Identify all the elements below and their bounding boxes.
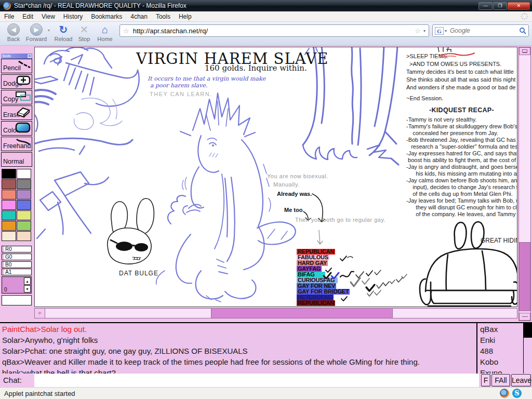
url-bar[interactable]: ☆ ☆ ▾ xyxy=(119,24,429,37)
menu-edit[interactable]: Edit xyxy=(18,12,37,21)
stop-icon: ✕ xyxy=(74,23,95,36)
maximize-button[interactable]: ❐ xyxy=(493,2,507,10)
swatch[interactable] xyxy=(17,221,31,231)
swatch[interactable] xyxy=(17,200,31,210)
user-list-item: Exuno xyxy=(480,367,521,374)
url-input[interactable] xyxy=(132,26,414,35)
swatch[interactable] xyxy=(17,179,31,189)
blue-field[interactable]: B0 xyxy=(2,261,32,268)
minimize-button[interactable]: — xyxy=(478,2,493,10)
size-spinner[interactable]: 0 ▲ ▼ xyxy=(2,276,32,294)
home-icon: ⌂ xyxy=(95,23,115,36)
menu-help[interactable]: Help xyxy=(175,12,196,21)
hscroll-plus-button[interactable]: + xyxy=(35,309,45,318)
dash-icon xyxy=(522,316,528,317)
preview-box xyxy=(2,295,32,305)
bisexual-note: You are now bisexual. xyxy=(267,173,328,179)
vscroll-bottom-button[interactable] xyxy=(519,313,530,321)
chat-line: qBax>Weaver and Killer made it to keep t… xyxy=(2,356,474,367)
menu-bookmarks[interactable]: Bookmarks xyxy=(87,12,126,21)
spinner-up-icon[interactable]: ▲ xyxy=(24,277,31,285)
swatch[interactable] xyxy=(17,169,31,179)
throbber-icon xyxy=(521,13,528,20)
search-icon[interactable] xyxy=(519,27,526,34)
firefox-tray-icon[interactable] xyxy=(500,389,509,398)
swatch[interactable] xyxy=(2,190,16,200)
sketch-center-figure xyxy=(156,93,296,302)
bookmark-star-icon[interactable]: ☆ xyxy=(415,27,421,35)
forward-button[interactable]: ▶ Forward xyxy=(25,23,48,42)
f-button[interactable]: F xyxy=(481,374,490,387)
vscroll-thumb[interactable] xyxy=(519,242,530,311)
history-dropdown-icon[interactable]: ▾ xyxy=(48,28,53,33)
user-list-item: qBax xyxy=(480,324,521,335)
close-button[interactable]: ✕ xyxy=(508,2,530,10)
search-box[interactable]: G ▾ xyxy=(432,24,529,37)
already-was-note: Already was. xyxy=(277,191,312,197)
tools-panel-titlebar[interactable]: tools × xyxy=(1,54,32,59)
search-engine-dropdown-icon[interactable]: ▾ xyxy=(445,29,447,33)
swatch[interactable] xyxy=(2,169,16,179)
tool-normal[interactable]: Normal xyxy=(1,152,32,167)
menu-tools[interactable]: Tools xyxy=(152,12,175,21)
top-tick-marks xyxy=(438,47,451,52)
green-field[interactable]: G0 xyxy=(2,254,32,260)
tool-copy[interactable]: Copy xyxy=(1,90,32,104)
handwritten-note-line1: It occurs to me that a virgin would make xyxy=(148,75,265,82)
swatch[interactable] xyxy=(2,200,16,210)
chat-line: Solar>Pchat: one straight guy, one gay g… xyxy=(2,345,474,356)
bunny-head-sketch xyxy=(108,198,154,264)
menu-history[interactable]: History xyxy=(59,12,87,21)
tool-dodge[interactable]: Dodge xyxy=(1,74,32,89)
tool-pencil[interactable]: Pencil xyxy=(1,59,32,73)
swatch[interactable] xyxy=(2,221,16,231)
spinner-down-icon[interactable]: ▼ xyxy=(24,285,31,292)
color-swatches xyxy=(2,169,32,241)
chat-input-row: Chat: F FAll Leave xyxy=(0,374,532,387)
hscroll-thumb[interactable] xyxy=(211,309,393,318)
menu-file[interactable]: File xyxy=(0,12,18,21)
title-bar: Star*chan /rq/ - REAL DRAWHORE QUALITY -… xyxy=(0,0,532,11)
paint-tools-panel: tools × Pencil Dodge Copy xyxy=(0,46,33,322)
menu-bar: File Edit View History Bookmarks 4chan T… xyxy=(0,11,532,22)
reload-button[interactable]: ↻ Reload xyxy=(53,23,74,42)
stop-button[interactable]: ✕ Stop xyxy=(74,23,95,42)
tool-color[interactable]: Color xyxy=(1,121,32,136)
search-input[interactable] xyxy=(449,26,519,35)
menu-4chan[interactable]: 4chan xyxy=(126,12,152,21)
home-button[interactable]: ⌂ Home xyxy=(95,23,115,42)
page-content: tools × Pencil Dodge Copy xyxy=(0,46,532,399)
manually-note: Manually. xyxy=(273,181,300,188)
session-recap-block: >SLEEP TIEMS. >AND TOM OWES US PRESENTS.… xyxy=(406,52,517,218)
chat-line: Solar>Anywho, g'night folks xyxy=(2,335,474,345)
swatch[interactable] xyxy=(2,231,16,241)
swatch[interactable] xyxy=(17,190,31,200)
paint-canvas[interactable]: VIRGIN HAREM SLAVE 160 golds. Inquire wi… xyxy=(34,47,517,307)
search-engine-icon[interactable]: G xyxy=(435,27,444,35)
fall-button[interactable]: FAll xyxy=(491,374,510,387)
tools-panel-close-icon[interactable]: × xyxy=(28,54,32,58)
canvas-horizontal-scrollbar[interactable]: + xyxy=(34,308,517,318)
menu-view[interactable]: View xyxy=(37,12,59,21)
erase-icon xyxy=(15,107,31,118)
chat-input[interactable] xyxy=(34,374,479,387)
canvas-vertical-scrollbar[interactable] xyxy=(518,47,531,321)
reload-icon: ↻ xyxy=(53,23,74,36)
url-dropdown-icon[interactable]: ▾ xyxy=(423,29,425,33)
tool-erase[interactable]: Erase xyxy=(1,105,32,120)
swatch[interactable] xyxy=(17,210,31,220)
alpha-field[interactable]: A1 xyxy=(2,269,32,275)
red-field[interactable]: R0 xyxy=(2,246,32,252)
vscroll-top-button[interactable] xyxy=(519,47,530,55)
skype-tray-icon[interactable]: S xyxy=(512,389,522,398)
tool-freehand[interactable]: Freehand xyxy=(1,137,32,151)
color-icon xyxy=(15,122,31,134)
userlist-scroll-thumb[interactable] xyxy=(524,323,532,338)
back-button[interactable]: ◀ Back xyxy=(2,23,25,42)
kidquest-recap-header: -KIDQUEST RECAP- xyxy=(406,107,517,114)
leave-button[interactable]: Leave xyxy=(511,374,531,387)
swatch[interactable] xyxy=(2,179,16,189)
swatch[interactable] xyxy=(17,231,31,241)
swatch[interactable] xyxy=(2,210,16,220)
user-list[interactable]: qBax Enki 488 Kobo Exuno xyxy=(477,322,532,374)
